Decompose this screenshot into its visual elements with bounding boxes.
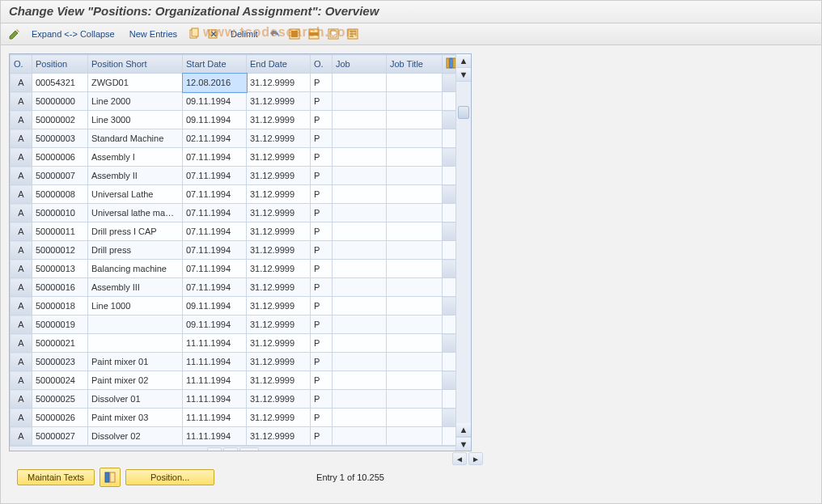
col-header-end-date[interactable]: End Date	[247, 55, 311, 74]
cell-job-title[interactable]	[387, 204, 443, 222]
cell-o2[interactable]: P	[311, 409, 333, 427]
cell-o[interactable]: A	[11, 204, 32, 222]
cell-spacer[interactable]	[443, 222, 456, 241]
cell-end-date[interactable]: 31.12.9999	[247, 316, 311, 334]
scroll-down-step-icon[interactable]: ▼	[456, 68, 471, 82]
cell-position-short[interactable]: Line 2000	[88, 92, 183, 111]
cell-job-title[interactable]	[387, 92, 443, 111]
table-row[interactable]: A50000003Standard Machine02.11.199431.12…	[11, 129, 456, 148]
cell-start-date[interactable]: 07.11.1994	[183, 167, 247, 185]
cell-position[interactable]: 50000000	[32, 92, 88, 111]
horizontal-scrollbar[interactable]: ◄ ► ⋯	[10, 446, 455, 451]
table-row[interactable]: A50000013Balancing machine07.11.199431.1…	[11, 260, 456, 278]
cell-o2[interactable]: P	[311, 297, 333, 316]
cell-position-short[interactable]: Standard Machine	[88, 129, 183, 148]
cell-spacer[interactable]	[443, 371, 456, 390]
cell-o2[interactable]: P	[311, 74, 333, 92]
cell-o[interactable]: A	[11, 390, 32, 409]
cell-job-title[interactable]	[387, 427, 443, 446]
cell-o[interactable]: A	[11, 260, 32, 278]
cell-end-date[interactable]: 31.12.9999	[247, 390, 311, 409]
cell-position[interactable]: 50000019	[32, 316, 88, 334]
cell-end-date[interactable]: 31.12.9999	[247, 427, 311, 446]
cell-o[interactable]: A	[11, 222, 32, 241]
delete-icon[interactable]	[206, 27, 221, 41]
undo-icon[interactable]	[268, 27, 282, 41]
cell-job[interactable]	[333, 222, 387, 241]
cell-job-title[interactable]	[387, 353, 443, 371]
cell-job-title[interactable]	[387, 129, 443, 148]
col-header-start-date[interactable]: Start Date	[183, 55, 247, 74]
cell-spacer[interactable]	[443, 316, 456, 334]
cell-start-date[interactable]: 09.11.1994	[183, 316, 247, 334]
table-row[interactable]: A00054321ZWGD0112.08.201631.12.9999P	[11, 74, 456, 92]
scroll-up-step-icon[interactable]: ▲	[456, 423, 471, 437]
cell-position-short[interactable]: Assembly III	[88, 278, 183, 297]
cell-spacer[interactable]	[443, 74, 456, 92]
select-all-icon[interactable]	[287, 27, 302, 41]
cell-job-title[interactable]	[387, 278, 443, 297]
cell-spacer[interactable]	[443, 111, 456, 129]
cell-end-date[interactable]: 31.12.9999	[247, 74, 311, 92]
copy-icon[interactable]	[187, 27, 201, 41]
cell-job-title[interactable]	[387, 334, 443, 353]
cell-position-short[interactable]: Universal Lathe	[88, 185, 183, 204]
table-row[interactable]: A50000011Drill press I CAP07.11.199431.1…	[11, 222, 456, 241]
cell-position-short[interactable]: Universal lathe ma…	[88, 204, 183, 222]
cell-position-short[interactable]: Paint mixer 02	[88, 371, 183, 390]
cell-position[interactable]: 50000021	[32, 334, 88, 353]
cell-start-date[interactable]: 11.11.1994	[183, 371, 247, 390]
cell-position-short[interactable]: Dissolver 02	[88, 427, 183, 446]
cell-job-title[interactable]	[387, 316, 443, 334]
print-icon[interactable]	[345, 27, 360, 41]
table-row[interactable]: A50000000Line 200009.11.199431.12.9999P	[11, 92, 456, 111]
cell-job[interactable]	[333, 92, 387, 111]
select-block-icon[interactable]	[307, 27, 321, 41]
cell-job[interactable]	[333, 390, 387, 409]
cell-o[interactable]: A	[11, 92, 32, 111]
cell-o2[interactable]: P	[311, 111, 333, 129]
cell-o2[interactable]: P	[311, 185, 333, 204]
cell-job[interactable]	[333, 148, 387, 167]
cell-spacer[interactable]	[443, 353, 456, 371]
table-row[interactable]: A50000010Universal lathe ma…07.11.199431…	[11, 204, 456, 222]
cell-job[interactable]	[333, 409, 387, 427]
cell-spacer[interactable]	[443, 92, 456, 111]
cell-o[interactable]: A	[11, 241, 32, 260]
cell-end-date[interactable]: 31.12.9999	[247, 167, 311, 185]
cell-o2[interactable]: P	[311, 222, 333, 241]
cell-o2[interactable]: P	[311, 334, 333, 353]
cell-position-short[interactable]: Paint mixer 01	[88, 353, 183, 371]
cell-job-title[interactable]	[387, 297, 443, 316]
cell-start-date[interactable]: 11.11.1994	[183, 390, 247, 409]
cell-spacer[interactable]	[443, 427, 456, 446]
cell-job[interactable]	[333, 427, 387, 446]
scroll-up-icon[interactable]: ▲	[456, 54, 471, 68]
cell-start-date[interactable]: 07.11.1994	[183, 260, 247, 278]
cell-job-title[interactable]	[387, 241, 443, 260]
cell-position[interactable]: 50000011	[32, 222, 88, 241]
cell-job[interactable]	[333, 260, 387, 278]
cell-end-date[interactable]: 31.12.9999	[247, 409, 311, 427]
cell-position[interactable]: 50000023	[32, 353, 88, 371]
cell-end-date[interactable]: 31.12.9999	[247, 204, 311, 222]
col-header-position-short[interactable]: Position Short	[88, 55, 183, 74]
cell-position-short[interactable]: Assembly II	[88, 167, 183, 185]
cell-position-short[interactable]: Line 3000	[88, 111, 183, 129]
cell-o[interactable]: A	[11, 129, 32, 148]
table-row[interactable]: A50000008Universal Lathe07.11.199431.12.…	[11, 185, 456, 204]
cell-position[interactable]: 50000013	[32, 260, 88, 278]
configure-columns-icon[interactable]	[443, 55, 456, 74]
cell-job[interactable]	[333, 353, 387, 371]
cell-start-date[interactable]: 07.11.1994	[183, 222, 247, 241]
cell-job-title[interactable]	[387, 409, 443, 427]
cell-start-date[interactable]: 12.08.2016	[183, 74, 247, 92]
cell-position-short[interactable]	[88, 334, 183, 353]
table-row[interactable]: A50000024Paint mixer 0211.11.199431.12.9…	[11, 371, 456, 390]
cell-o2[interactable]: P	[311, 316, 333, 334]
cell-job[interactable]	[333, 167, 387, 185]
cell-start-date[interactable]: 07.11.1994	[183, 148, 247, 167]
cell-position[interactable]: 50000006	[32, 148, 88, 167]
new-entries-button[interactable]: New Entries	[125, 28, 182, 40]
cell-job-title[interactable]	[387, 74, 443, 92]
